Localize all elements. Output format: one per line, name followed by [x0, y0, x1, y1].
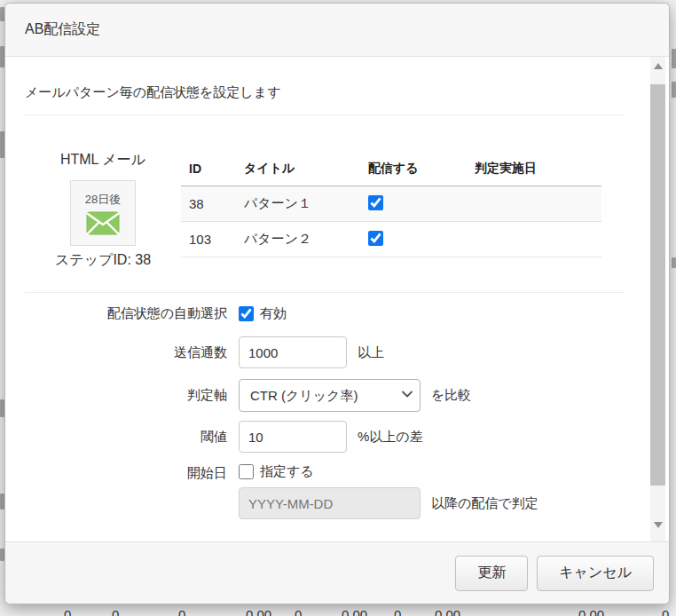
col-header-deliver: 配信する: [360, 161, 467, 177]
cancel-button[interactable]: キャンセル: [537, 556, 654, 591]
backdrop-fragment: [672, 49, 676, 68]
scroll-down-arrow-icon: [654, 522, 663, 528]
send-count-suffix: 以上: [358, 344, 384, 361]
send-count-label: 送信通数: [25, 344, 227, 361]
deliver-checkbox-pattern-1[interactable]: [368, 195, 383, 210]
start-date-input[interactable]: [239, 487, 421, 519]
pattern-table-header-row: ID タイトル 配信する 判定実施日: [181, 151, 601, 186]
vertical-scrollbar[interactable]: [650, 57, 665, 541]
pattern-title-cell: パターン１: [236, 195, 360, 212]
pattern-id-cell: 38: [181, 196, 236, 211]
judge-axis-suffix: を比較: [431, 387, 471, 404]
col-header-title: タイトル: [236, 161, 360, 177]
send-count-input[interactable]: [239, 336, 347, 368]
backdrop-table-value: 0: [112, 607, 119, 616]
auto-select-enabled-checkbox[interactable]: [239, 306, 254, 321]
backdrop-table-value: 0: [662, 607, 669, 616]
backdrop-table-value: 0.00: [578, 607, 604, 616]
dialog-title: AB配信設定: [25, 20, 100, 39]
update-button[interactable]: 更新: [455, 556, 528, 591]
mail-summary: HTML メール 28日後 ステップID: 38: [25, 151, 181, 270]
backdrop-table-value: 0: [394, 607, 401, 616]
start-date-specify-text: 指定する: [260, 463, 314, 480]
scrollbar-thumb[interactable]: [650, 84, 665, 486]
mail-thumbnail[interactable]: 28日後: [70, 180, 136, 246]
backdrop-table-value: 0: [295, 607, 302, 616]
judge-axis-label: 判定軸: [25, 387, 227, 404]
auto-select-enabled-field: 有効: [239, 305, 287, 322]
ab-delivery-settings-dialog: AB配信設定 メールパターン毎の配信状態を設定します HTML メール 28日後: [4, 3, 670, 604]
divider: [25, 115, 625, 115]
backdrop-table-value: 0: [64, 607, 71, 616]
start-date-specify-field: 指定する: [239, 463, 538, 480]
pattern-title-cell: パターン２: [236, 231, 360, 248]
threshold-label: 閾値: [25, 429, 227, 446]
backdrop-table-value: 0.00: [435, 607, 460, 616]
backdrop-fragment: [672, 82, 676, 98]
intro-text: メールパターン毎の配信状態を設定します: [25, 84, 625, 101]
backdrop-table-value: 0: [178, 607, 185, 616]
start-date-specify-checkbox[interactable]: [239, 464, 254, 479]
col-header-judge-date: 判定実施日: [467, 161, 601, 177]
step-id-label: ステップID: 38: [25, 251, 181, 270]
mail-pattern-section: HTML メール 28日後 ステップID: 38 ID タイト: [25, 151, 625, 270]
divider: [25, 292, 625, 293]
dialog-header: AB配信設定: [5, 4, 669, 57]
auto-select-form: 配信状態の自動選択 有効 送信通数 以上 判定軸 CTR (クリック率): [25, 305, 625, 519]
mail-type-label: HTML メール: [25, 151, 181, 170]
scroll-up-button[interactable]: [650, 59, 665, 74]
dialog-body: メールパターン毎の配信状態を設定します HTML メール 28日後 ステップID…: [5, 57, 669, 541]
backdrop-fragment: [672, 257, 676, 268]
backdrop-table-value: 0.00: [246, 607, 271, 616]
col-header-id: ID: [181, 162, 236, 176]
judge-axis-select[interactable]: CTR (クリック率): [239, 379, 421, 412]
pattern-id-cell: 103: [181, 232, 236, 247]
scroll-down-button[interactable]: [650, 517, 665, 533]
deliver-checkbox-pattern-2[interactable]: [368, 231, 383, 246]
mail-delay-label: 28日後: [85, 192, 121, 208]
scroll-up-arrow-icon: [654, 63, 663, 69]
threshold-input[interactable]: [239, 421, 347, 453]
backdrop-table-value: 0.00: [342, 607, 367, 616]
dialog-footer: 更新 キャンセル: [5, 541, 669, 604]
table-row: 103 パターン２: [181, 222, 601, 257]
table-row: 38 パターン１: [181, 186, 601, 222]
start-date-label: 開始日: [25, 463, 227, 482]
start-date-suffix: 以降の配信で判定: [431, 495, 538, 512]
pattern-table: ID タイトル 配信する 判定実施日 38 パターン１ 103 パターン２: [181, 151, 601, 270]
auto-select-label: 配信状態の自動選択: [25, 305, 227, 322]
auto-select-enabled-text: 有効: [260, 305, 287, 322]
threshold-suffix: %以上の差: [358, 429, 423, 446]
envelope-icon: [86, 211, 120, 235]
